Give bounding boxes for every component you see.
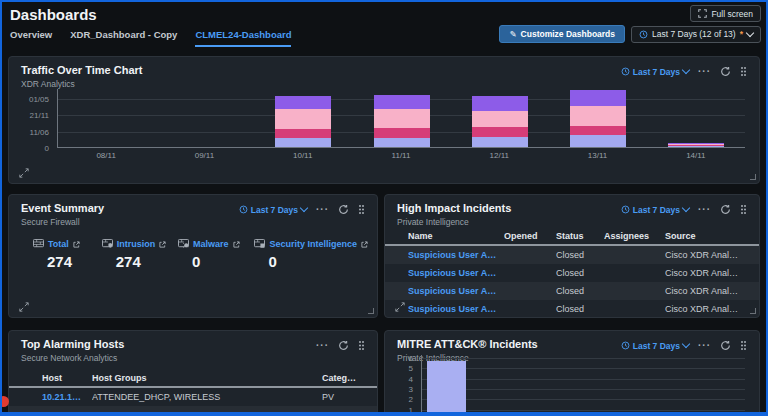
traffic-x-tick: 11/11	[392, 151, 411, 160]
metric-malware-value: 0	[192, 253, 254, 270]
metric-security-intelligence: Security Intelligence 0	[254, 239, 369, 270]
customize-dashboards-button[interactable]: ✎ Customize Dashboards	[499, 25, 625, 43]
traffic-bar-12/11-segment-periwinkle[interactable]	[472, 137, 528, 147]
mitre-y-axis: 654321	[397, 355, 417, 416]
resize-handle[interactable]	[750, 308, 756, 314]
host-categories: PV	[322, 410, 365, 416]
tab-overview[interactable]: Overview	[10, 29, 52, 47]
refresh-icon[interactable]	[720, 204, 731, 215]
traffic-plot	[57, 89, 745, 148]
external-link-icon	[159, 241, 166, 248]
drag-handle-icon[interactable]	[740, 204, 747, 215]
panel-time-filter[interactable]: Last 7 Days	[621, 205, 689, 215]
clock-icon	[621, 67, 630, 76]
tab-clmel24-dashboard[interactable]: CLMEL24-Dashboard	[195, 29, 291, 47]
host-groups: ATTENDEE_DHCP, WIRELESS	[92, 392, 322, 402]
refresh-icon[interactable]	[338, 204, 349, 215]
fullscreen-button[interactable]: Full screen	[690, 5, 761, 22]
traffic-bar-10/11-segment-pink[interactable]	[275, 109, 331, 128]
metric-total-link[interactable]: Total	[33, 239, 102, 249]
panel-title: Event Summary	[21, 202, 104, 214]
panel-event-summary: Event Summary Secure Firewall Last 7 Day…	[8, 194, 378, 318]
more-options-icon[interactable]: ···	[698, 68, 711, 76]
traffic-bar-12/11-segment-purple[interactable]	[472, 96, 528, 110]
traffic-bar-10/11-segment-periwinkle[interactable]	[275, 138, 331, 147]
external-link-icon	[73, 241, 80, 248]
traffic-bar-11/11-segment-periwinkle[interactable]	[374, 138, 430, 147]
drag-handle-icon[interactable]	[740, 340, 747, 351]
traffic-chart: 01/0521/1111/060 08/1109/1110/1111/1112/…	[21, 89, 745, 169]
drag-handle-icon[interactable]	[740, 66, 747, 77]
metric-malware-link[interactable]: Malware	[178, 239, 254, 249]
incident-name-link[interactable]: Suspicious User Agent on ...	[408, 268, 504, 278]
incident-name-link[interactable]: Suspicious User Agent on ...	[408, 250, 504, 260]
refresh-icon[interactable]	[338, 340, 349, 351]
traffic-bar-10/11-segment-purple[interactable]	[275, 96, 331, 110]
more-options-icon[interactable]: ···	[698, 206, 711, 214]
metric-intrusion-link[interactable]: Intrusion	[102, 239, 178, 249]
panel-time-filter[interactable]: Last 7 Days	[239, 205, 307, 215]
panel-traffic-over-time: Traffic Over Time Chart XDR Analytics La…	[8, 56, 760, 184]
mitre-bar[interactable]	[427, 361, 466, 416]
traffic-x-tick: 13/11	[588, 151, 607, 160]
chevron-down-icon	[300, 204, 308, 212]
chevron-down-icon	[746, 28, 754, 36]
resize-handle[interactable]	[750, 174, 756, 180]
drag-handle-icon[interactable]	[358, 340, 365, 351]
metric-security-intelligence-link[interactable]: Security Intelligence	[254, 239, 369, 249]
traffic-bar-12/11-segment-magenta[interactable]	[472, 127, 528, 138]
incident-status: Closed	[556, 304, 604, 314]
traffic-bar-13/11-segment-pink[interactable]	[570, 106, 626, 125]
event-summary-metrics: Total 274 Intrusion 274	[33, 239, 369, 270]
traffic-bar-14/11-segment-periwinkle[interactable]	[668, 146, 724, 147]
global-time-range-label: Last 7 Days (12 of 13)	[652, 29, 736, 39]
time-range-modified-flag: *	[740, 29, 743, 39]
traffic-x-axis: 08/1109/1110/1111/1112/1113/1114/11	[57, 151, 745, 163]
refresh-icon[interactable]	[720, 340, 731, 351]
more-options-icon[interactable]: ···	[316, 342, 329, 350]
host-row: 10.21.143.233ATTENDEE_DHCP, WIRELESSPV	[9, 388, 377, 406]
traffic-bar-11/11-segment-magenta[interactable]	[374, 128, 430, 139]
host-ip-link[interactable]: 10.21.143.233	[42, 392, 92, 402]
expand-panel-icon[interactable]	[395, 302, 405, 312]
drag-handle-icon[interactable]	[358, 204, 365, 215]
traffic-bar-14/11-segment-pink[interactable]	[668, 144, 724, 145]
panel-subtitle: Secure Network Analytics	[21, 353, 124, 363]
metric-intrusion: Intrusion 274	[102, 239, 178, 270]
metric-total-value: 274	[47, 253, 102, 270]
more-options-icon[interactable]: ···	[316, 206, 329, 214]
panel-time-filter[interactable]: Last 7 Days	[621, 341, 689, 351]
fullscreen-icon	[698, 9, 707, 18]
tab-xdr-dashboard-copy[interactable]: XDR_Dashboard - Copy	[70, 29, 177, 47]
firewall-total-icon	[33, 239, 44, 249]
traffic-bar-14/11-segment-purple[interactable]	[668, 143, 724, 144]
expand-panel-icon[interactable]	[19, 302, 29, 312]
traffic-bar-12/11-segment-pink[interactable]	[472, 111, 528, 127]
clock-icon	[239, 205, 248, 214]
global-time-range-dropdown[interactable]: Last 7 Days (12 of 13) *	[631, 26, 761, 43]
panel-title: MITRE ATT&CK® Incidents	[397, 338, 538, 350]
expand-panel-icon[interactable]	[19, 168, 29, 178]
metric-security-intelligence-value: 0	[268, 253, 369, 270]
dashboard-window: Dashboards Full screen Overview XDR_Dash…	[0, 0, 768, 416]
incident-name-link[interactable]: Suspicious User Agent on ...	[408, 304, 504, 314]
external-link-icon	[233, 241, 240, 248]
traffic-bar-13/11-segment-purple[interactable]	[570, 90, 626, 106]
host-row: 10.21.134.158ATTENDEE_DHCP, WIRELESSPV	[9, 406, 377, 416]
traffic-bar-11/11-segment-pink[interactable]	[374, 109, 430, 127]
customize-label: Customize Dashboards	[521, 29, 615, 39]
traffic-bar-13/11-segment-magenta[interactable]	[570, 126, 626, 136]
metric-malware: Malware 0	[178, 239, 254, 270]
refresh-icon[interactable]	[720, 66, 731, 77]
more-options-icon[interactable]: ···	[698, 342, 711, 350]
incident-name-link[interactable]: Suspicious User Agent on ...	[408, 286, 504, 296]
panel-high-impact-incidents: High Impact Incidents Private Intelligen…	[384, 194, 760, 318]
panel-mitre-attck-incidents: MITRE ATT&CK® Incidents Private Intellig…	[384, 330, 760, 416]
panel-time-filter[interactable]: Last 7 Days	[621, 67, 689, 77]
traffic-bar-10/11-segment-magenta[interactable]	[275, 129, 331, 139]
traffic-bar-13/11-segment-periwinkle[interactable]	[570, 135, 626, 147]
resize-handle[interactable]	[368, 308, 374, 314]
incident-source: Cisco XDR Analytics (cisco...	[665, 286, 747, 296]
traffic-bar-11/11-segment-purple[interactable]	[374, 95, 430, 109]
host-ip-link[interactable]: 10.21.134.158	[42, 410, 92, 416]
